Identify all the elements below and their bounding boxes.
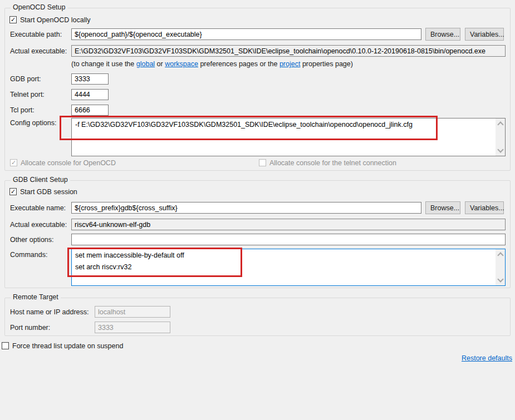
group-title-gdb-client: GDB Client Setup [11,176,70,184]
executable-name-label: Executable name: [10,202,66,214]
other-options-label: Other options: [10,234,54,245]
global-preferences-link[interactable]: global [136,60,155,68]
change-preferences-hint: (to change it use the global or workspac… [71,60,353,69]
scroll-up-icon[interactable] [497,121,503,127]
checkmark-icon: ✓ [11,160,16,166]
hint-text-2: or [155,60,165,68]
executable-name-input[interactable] [71,202,421,214]
config-options-label: Config options: [10,117,56,129]
hint-text-3: preferences pages or the [198,60,279,68]
group-title-openocd: OpenOCD Setup [11,3,68,11]
hint-text-4: properties page) [300,60,353,68]
force-thread-list-label: Force thread list update on suspend [12,340,123,352]
scroll-up-icon[interactable] [497,252,503,258]
config-options-scrollbar[interactable] [496,118,505,156]
scroll-down-icon[interactable] [497,146,503,152]
variables-button-openocd[interactable]: Variables... [465,28,504,41]
hint-text-1: (to change it use the [71,60,136,68]
checkmark-icon: ✓ [11,17,16,23]
host-name-label: Host name or IP address: [10,307,89,318]
actual-gdb-executable-label: Actual executable: [10,219,67,230]
actual-gdb-executable-input [71,219,506,230]
commands-label: Commands: [10,249,47,260]
project-properties-link[interactable]: project [279,60,301,68]
allocate-console-telnet-checkbox [259,159,266,166]
tcl-port-input[interactable] [71,105,109,116]
commands-scrollbar[interactable] [496,249,505,285]
start-openocd-checkbox[interactable]: ✓ [9,16,17,23]
restore-defaults-link[interactable]: Restore defaults [462,354,512,362]
other-options-input[interactable] [71,234,506,245]
force-thread-list-checkbox[interactable] [2,342,9,349]
variables-button-gdb[interactable]: Variables... [465,201,504,214]
scroll-down-icon[interactable] [497,276,503,282]
actual-executable-input [71,45,506,57]
config-options-textarea[interactable]: -f E:\GD32\GD32VF103\GD32VF103SDK\GDM325… [71,118,506,156]
gdb-port-label: GDB port: [10,73,41,85]
browse-button-gdb[interactable]: Browse... [425,201,460,214]
executable-path-input[interactable] [71,28,421,40]
start-gdb-session-checkbox[interactable]: ✓ [9,188,17,195]
host-name-input [95,306,170,318]
group-title-remote-target: Remote Target [11,293,61,301]
workspace-preferences-link[interactable]: workspace [165,60,198,68]
allocate-console-telnet-label: Allocate console for the telnet connecti… [269,157,396,169]
executable-path-label: Executable path: [10,29,62,40]
telnet-port-label: Telnet port: [10,89,45,100]
checkmark-icon: ✓ [11,189,16,195]
debug-config-panel: { "colors": { "background": "#f0f0f0", "… [0,0,515,420]
gdb-port-input[interactable] [71,73,109,85]
start-gdb-session-label: Start GDB session [20,186,77,197]
start-openocd-label: Start OpenOCD locally [20,14,90,26]
port-number-label: Port number: [10,322,50,333]
actual-executable-label: Actual executable: [10,46,67,57]
allocate-console-openocd-checkbox: ✓ [10,159,17,166]
tcl-port-label: Tcl port: [10,105,35,116]
allocate-console-openocd-label: Allocate console for OpenOCD [21,157,116,169]
browse-button-openocd[interactable]: Browse... [425,28,460,41]
port-number-input [95,322,170,333]
commands-textarea[interactable]: set mem inaccessible-by-default off set … [71,249,506,286]
telnet-port-input[interactable] [71,89,109,100]
